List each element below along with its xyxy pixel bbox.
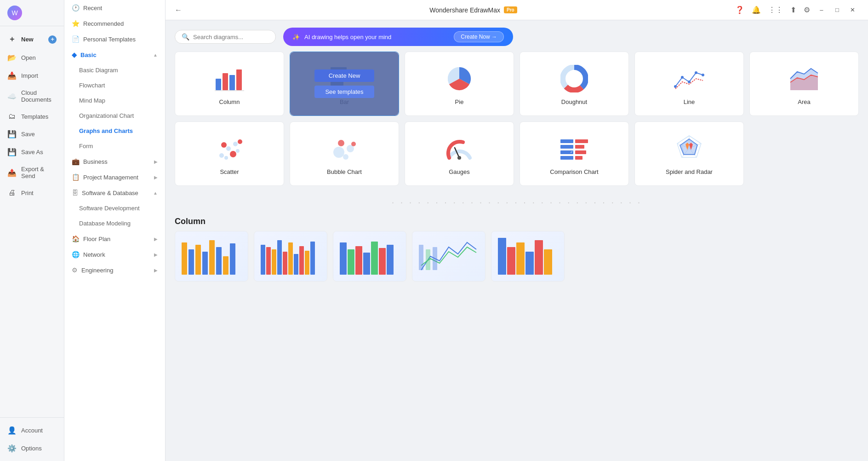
svg-rect-86 [544,249,552,275]
close-button[interactable]: ✕ [847,4,859,16]
svg-rect-67 [294,254,298,275]
nav-graphs-charts[interactable]: Graphs and Charts [64,123,165,138]
svg-rect-41 [575,156,582,160]
area-label: Area [798,98,810,105]
nav-pm-label: Project Management [83,174,138,181]
share-icon[interactable]: ⬆ [790,6,796,14]
sidebar-item-save[interactable]: 💾 Save [0,125,64,143]
svg-point-27 [333,147,344,158]
nav-panel: 🕐 Recent ⭐ Recommended 📄 Personal Templa… [64,0,166,461]
template-card-3[interactable] [333,231,406,282]
nav-recommended[interactable]: ⭐ Recommended [64,16,165,31]
chart-card-comparison[interactable]: ✓ Comparison Chart [520,121,629,186]
options-icon: ⚙️ [7,444,17,453]
template-card-5[interactable] [491,231,565,282]
ai-create-button[interactable]: Create Now → [454,31,504,42]
nav-recent[interactable]: 🕐 Recent [64,0,165,16]
scatter-label: Scatter [220,168,239,175]
settings-icon[interactable]: ⚙ [804,6,810,14]
svg-rect-79 [426,249,430,270]
svg-rect-66 [288,242,293,275]
nav-section-pm[interactable]: 📋 Project Management ▶ [64,169,165,185]
nav-section-business[interactable]: 💼 Business ▶ [64,154,165,169]
sidebar-import-label: Import [21,72,38,79]
pm-icon: 📋 [72,173,80,181]
sidebar-save-label: Save [21,131,35,138]
svg-rect-34 [560,139,573,143]
template-card-1[interactable] [175,231,248,282]
sidebar-item-cloud[interactable]: ☁️ Cloud Documents [0,85,64,108]
nav-form[interactable]: Form [64,138,165,154]
maximize-button[interactable]: □ [831,4,843,16]
chart-card-scatter[interactable]: Scatter [175,121,284,186]
nav-basic-diagram[interactable]: Basic Diagram [64,63,165,78]
chart-card-gauges[interactable]: Gauges [405,121,514,186]
nav-form-label: Form [79,143,93,150]
personal-templates-icon: 📄 [72,35,80,43]
nav-section-sw[interactable]: 🗄 Software & Database ▲ [64,185,165,201]
sidebar-item-import[interactable]: 📥 Import [0,67,64,85]
minimize-button[interactable]: – [816,4,828,16]
nav-flowchart[interactable]: Flowchart [64,78,165,93]
sidebar-item-options[interactable]: ⚙️ Options [0,439,64,457]
sidebar-item-export[interactable]: 📤 Export & Send [0,161,64,184]
svg-rect-68 [299,246,304,275]
nav-org-chart[interactable]: Organizational Chart [64,108,165,123]
svg-point-25 [230,151,236,157]
network-icon: 🌐 [72,251,80,258]
sidebar-item-print[interactable]: 🖨 Print [0,184,64,202]
nav-sw-dev[interactable]: Software Development [64,201,165,216]
template-card-2[interactable] [254,231,327,282]
chart-card-spider[interactable]: Spider and Radar [634,121,744,186]
nav-flowchart-label: Flowchart [79,82,105,89]
nav-mind-map[interactable]: Mind Map [64,93,165,108]
sidebar-item-new[interactable]: ＋ New ＋ [0,30,64,49]
title-bar-right: ❓ 🔔 ⋮⋮ ⬆ ⚙ – □ ✕ [735,4,859,16]
svg-point-26 [238,139,242,144]
chart-card-column[interactable]: Column [175,52,284,116]
notification-icon[interactable]: 🔔 [752,6,761,14]
nav-section-basic[interactable]: ◆ Basic ▲ [64,47,165,63]
sidebar-print-label: Print [21,190,34,196]
logo-icon: W [7,6,22,20]
svg-point-21 [233,142,238,146]
svg-rect-82 [507,247,515,275]
create-new-button[interactable]: Create New [314,69,374,82]
nav-personal-templates[interactable]: 📄 Personal Templates [64,31,165,47]
nav-db-modeling[interactable]: Database Modeling [64,216,165,231]
chart-card-line[interactable]: Line [634,52,744,116]
see-templates-button[interactable]: See templates [314,86,374,98]
back-button[interactable]: ← [175,6,182,14]
svg-rect-61 [261,245,265,275]
title-center: Wondershare EdrawMax Pro [429,6,517,14]
search-input[interactable] [193,34,270,40]
apps-icon[interactable]: ⋮⋮ [768,6,783,14]
template-card-4[interactable] [412,231,485,282]
area-chart-icon [786,63,822,95]
search-box[interactable]: 🔍 [175,30,276,44]
svg-marker-50 [680,139,697,155]
chart-card-area[interactable]: Area [749,52,859,116]
svg-rect-65 [283,252,287,275]
svg-rect-1 [223,73,228,90]
chart-card-bubble[interactable]: Bubble Chart [290,121,399,186]
chart-card-doughnut[interactable]: Doughnut [520,52,629,116]
nav-section-floor[interactable]: 🏠 Floor Plan ▶ [64,231,165,247]
sidebar-item-save-as[interactable]: 💾 Save As [0,143,64,161]
save-icon: 💾 [7,130,17,138]
sidebar-export-label: Export & Send [21,166,57,179]
ai-banner[interactable]: ✨ AI drawing helps open your mind Create… [283,28,513,46]
svg-rect-80 [433,247,437,270]
help-icon[interactable]: ❓ [735,6,744,14]
nav-sw-label: Software & Database [82,190,138,196]
sidebar-item-open[interactable]: 📂 Open [0,49,64,67]
pie-label: Pie [455,98,464,105]
sidebar-item-account[interactable]: 👤 Account [0,421,64,439]
chart-card-pie[interactable]: Pie [405,52,514,116]
svg-point-33 [457,156,461,160]
chart-card-bar[interactable]: Bar Create New See templates [290,52,399,116]
sidebar-item-templates[interactable]: 🗂 Templates [0,108,64,125]
nav-section-network[interactable]: 🌐 Network ▶ [64,247,165,262]
svg-rect-74 [363,253,370,275]
nav-section-engineering[interactable]: ⚙ Engineering ▶ [64,262,165,278]
